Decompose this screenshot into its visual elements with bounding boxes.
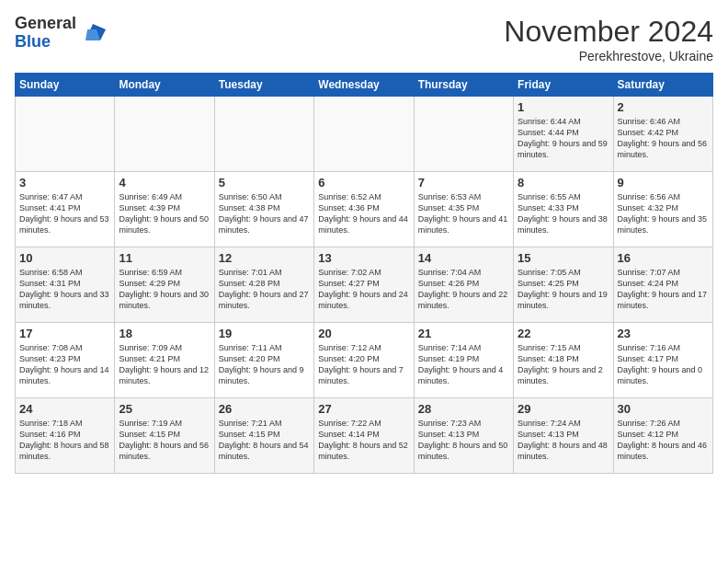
day-number: 20: [318, 327, 409, 340]
calendar-cell: 21Sunrise: 7:14 AM Sunset: 4:19 PM Dayli…: [414, 323, 513, 398]
calendar-cell: [414, 97, 513, 172]
col-monday: Monday: [115, 74, 214, 97]
day-info: Sunrise: 6:59 AM Sunset: 4:29 PM Dayligh…: [119, 267, 210, 312]
day-info: Sunrise: 6:44 AM Sunset: 4:44 PM Dayligh…: [518, 116, 609, 161]
col-saturday: Saturday: [613, 74, 712, 97]
day-number: 16: [618, 251, 709, 265]
day-info: Sunrise: 7:22 AM Sunset: 4:14 PM Dayligh…: [318, 418, 409, 463]
calendar-cell: 5Sunrise: 6:50 AM Sunset: 4:38 PM Daylig…: [214, 172, 313, 247]
day-info: Sunrise: 6:58 AM Sunset: 4:31 PM Dayligh…: [19, 267, 110, 312]
week-row-0: 1Sunrise: 6:44 AM Sunset: 4:44 PM Daylig…: [16, 97, 713, 172]
calendar-cell: 3Sunrise: 6:47 AM Sunset: 4:41 PM Daylig…: [16, 172, 115, 247]
calendar-cell: [314, 97, 414, 172]
day-info: Sunrise: 7:19 AM Sunset: 4:15 PM Dayligh…: [119, 418, 210, 463]
calendar-cell: 13Sunrise: 7:02 AM Sunset: 4:27 PM Dayli…: [314, 247, 414, 323]
calendar-cell: 16Sunrise: 7:07 AM Sunset: 4:24 PM Dayli…: [613, 247, 712, 323]
calendar-cell: 22Sunrise: 7:15 AM Sunset: 4:18 PM Dayli…: [514, 323, 613, 398]
day-number: 27: [318, 402, 409, 416]
day-number: 2: [618, 100, 709, 114]
calendar-cell: 6Sunrise: 6:52 AM Sunset: 4:36 PM Daylig…: [314, 172, 414, 247]
header-row: Sunday Monday Tuesday Wednesday Thursday…: [16, 74, 713, 97]
day-number: 7: [418, 176, 509, 190]
day-number: 8: [518, 176, 609, 190]
calendar-cell: 12Sunrise: 7:01 AM Sunset: 4:28 PM Dayli…: [214, 247, 313, 323]
calendar-cell: 24Sunrise: 7:18 AM Sunset: 4:16 PM Dayli…: [16, 398, 115, 474]
day-info: Sunrise: 6:47 AM Sunset: 4:41 PM Dayligh…: [19, 191, 110, 236]
col-friday: Friday: [514, 74, 613, 97]
calendar-cell: 2Sunrise: 6:46 AM Sunset: 4:42 PM Daylig…: [613, 97, 712, 172]
day-number: 22: [518, 327, 609, 340]
day-number: 15: [518, 251, 609, 265]
day-number: 25: [119, 402, 210, 416]
day-number: 13: [318, 251, 409, 265]
calendar-header: Sunday Monday Tuesday Wednesday Thursday…: [16, 74, 713, 97]
day-number: 23: [618, 327, 709, 340]
calendar-cell: 26Sunrise: 7:21 AM Sunset: 4:15 PM Dayli…: [214, 398, 313, 474]
day-info: Sunrise: 7:16 AM Sunset: 4:17 PM Dayligh…: [618, 342, 709, 387]
day-number: 14: [418, 251, 509, 265]
calendar-cell: 7Sunrise: 6:53 AM Sunset: 4:35 PM Daylig…: [414, 172, 513, 247]
day-number: 17: [19, 327, 110, 340]
calendar-cell: 11Sunrise: 6:59 AM Sunset: 4:29 PM Dayli…: [115, 247, 214, 323]
calendar-cell: 23Sunrise: 7:16 AM Sunset: 4:17 PM Dayli…: [613, 323, 712, 398]
calendar-cell: 9Sunrise: 6:56 AM Sunset: 4:32 PM Daylig…: [613, 172, 712, 247]
header: General Blue November 2024 Perekhrestove…: [15, 15, 713, 63]
day-info: Sunrise: 7:23 AM Sunset: 4:13 PM Dayligh…: [418, 418, 509, 463]
title-block: November 2024 Perekhrestove, Ukraine: [504, 15, 713, 63]
col-sunday: Sunday: [16, 74, 115, 97]
calendar-cell: [214, 97, 313, 172]
day-info: Sunrise: 7:14 AM Sunset: 4:19 PM Dayligh…: [418, 342, 509, 387]
day-number: 1: [518, 100, 609, 114]
day-number: 21: [418, 327, 509, 340]
calendar-cell: 8Sunrise: 6:55 AM Sunset: 4:33 PM Daylig…: [514, 172, 613, 247]
day-info: Sunrise: 7:12 AM Sunset: 4:20 PM Dayligh…: [318, 342, 409, 387]
calendar-cell: [115, 97, 214, 172]
day-info: Sunrise: 7:02 AM Sunset: 4:27 PM Dayligh…: [318, 267, 409, 312]
calendar-cell: 29Sunrise: 7:24 AM Sunset: 4:13 PM Dayli…: [514, 398, 613, 474]
week-row-3: 17Sunrise: 7:08 AM Sunset: 4:23 PM Dayli…: [16, 323, 713, 398]
calendar-cell: 18Sunrise: 7:09 AM Sunset: 4:21 PM Dayli…: [115, 323, 214, 398]
day-info: Sunrise: 7:05 AM Sunset: 4:25 PM Dayligh…: [518, 267, 609, 312]
calendar-cell: 1Sunrise: 6:44 AM Sunset: 4:44 PM Daylig…: [514, 97, 613, 172]
day-number: 28: [418, 402, 509, 416]
week-row-2: 10Sunrise: 6:58 AM Sunset: 4:31 PM Dayli…: [16, 247, 713, 323]
day-info: Sunrise: 6:56 AM Sunset: 4:32 PM Dayligh…: [618, 191, 709, 236]
calendar-cell: 4Sunrise: 6:49 AM Sunset: 4:39 PM Daylig…: [115, 172, 214, 247]
calendar-cell: 10Sunrise: 6:58 AM Sunset: 4:31 PM Dayli…: [16, 247, 115, 323]
calendar-cell: 14Sunrise: 7:04 AM Sunset: 4:26 PM Dayli…: [414, 247, 513, 323]
day-number: 29: [518, 402, 609, 416]
day-number: 9: [618, 176, 709, 190]
calendar-cell: 20Sunrise: 7:12 AM Sunset: 4:20 PM Dayli…: [314, 323, 414, 398]
day-number: 5: [219, 176, 310, 190]
col-tuesday: Tuesday: [214, 74, 313, 97]
day-info: Sunrise: 6:52 AM Sunset: 4:36 PM Dayligh…: [318, 191, 409, 236]
day-number: 10: [19, 251, 110, 265]
week-row-4: 24Sunrise: 7:18 AM Sunset: 4:16 PM Dayli…: [16, 398, 713, 474]
calendar-body: 1Sunrise: 6:44 AM Sunset: 4:44 PM Daylig…: [16, 97, 713, 474]
week-row-1: 3Sunrise: 6:47 AM Sunset: 4:41 PM Daylig…: [16, 172, 713, 247]
day-info: Sunrise: 7:08 AM Sunset: 4:23 PM Dayligh…: [19, 342, 110, 387]
col-wednesday: Wednesday: [314, 74, 414, 97]
calendar: Sunday Monday Tuesday Wednesday Thursday…: [15, 73, 713, 474]
calendar-cell: 19Sunrise: 7:11 AM Sunset: 4:20 PM Dayli…: [214, 323, 313, 398]
day-info: Sunrise: 7:04 AM Sunset: 4:26 PM Dayligh…: [418, 267, 509, 312]
day-info: Sunrise: 7:07 AM Sunset: 4:24 PM Dayligh…: [618, 267, 709, 312]
day-info: Sunrise: 6:50 AM Sunset: 4:38 PM Dayligh…: [219, 191, 310, 236]
calendar-cell: 25Sunrise: 7:19 AM Sunset: 4:15 PM Dayli…: [115, 398, 214, 474]
day-number: 26: [219, 402, 310, 416]
logo: General Blue: [15, 15, 106, 52]
day-number: 30: [618, 402, 709, 416]
day-number: 6: [318, 176, 409, 190]
day-number: 4: [119, 176, 210, 190]
day-info: Sunrise: 7:26 AM Sunset: 4:12 PM Dayligh…: [618, 418, 709, 463]
day-number: 11: [119, 251, 210, 265]
calendar-cell: 27Sunrise: 7:22 AM Sunset: 4:14 PM Dayli…: [314, 398, 414, 474]
calendar-cell: 28Sunrise: 7:23 AM Sunset: 4:13 PM Dayli…: [414, 398, 513, 474]
logo-blue: Blue: [15, 32, 51, 51]
day-number: 18: [119, 327, 210, 340]
day-info: Sunrise: 7:11 AM Sunset: 4:20 PM Dayligh…: [219, 342, 310, 387]
day-info: Sunrise: 6:53 AM Sunset: 4:35 PM Dayligh…: [418, 191, 509, 236]
location: Perekhrestove, Ukraine: [504, 49, 713, 63]
day-info: Sunrise: 7:09 AM Sunset: 4:21 PM Dayligh…: [119, 342, 210, 387]
calendar-cell: 30Sunrise: 7:26 AM Sunset: 4:12 PM Dayli…: [613, 398, 712, 474]
